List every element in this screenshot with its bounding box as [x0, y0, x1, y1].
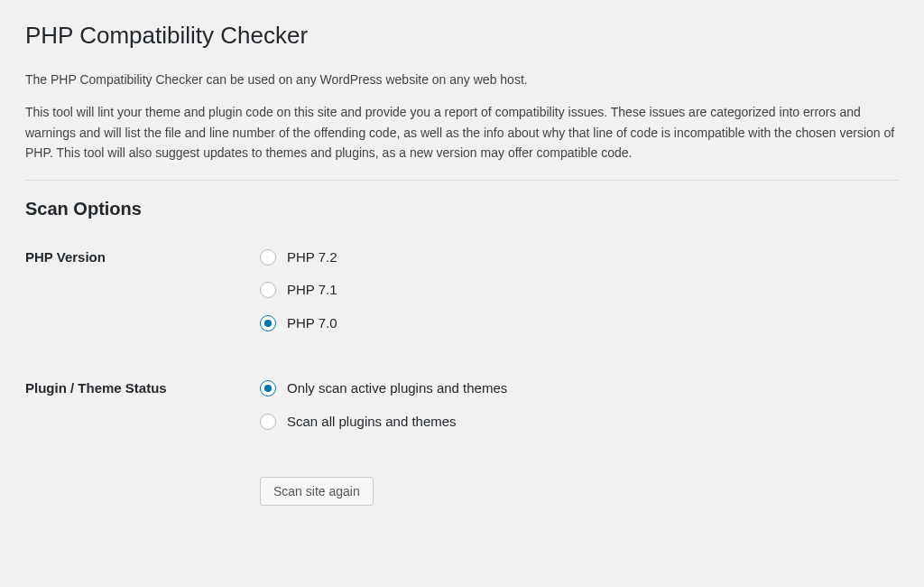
- php-version-option-70[interactable]: PHP 7.0: [260, 313, 899, 334]
- radio-label: Scan all plugins and themes: [287, 412, 457, 433]
- plugin-status-label: Plugin / Theme Status: [25, 378, 260, 444]
- radio-label: PHP 7.0: [287, 313, 337, 334]
- radio-label: Only scan active plugins and themes: [287, 378, 507, 399]
- radio-icon: [260, 282, 276, 298]
- scan-site-button[interactable]: Scan site again: [260, 477, 374, 506]
- intro-section: The PHP Compatibility Checker can be use…: [25, 70, 899, 163]
- intro-paragraph-1: The PHP Compatibility Checker can be use…: [25, 70, 899, 89]
- php-version-label: PHP Version: [25, 247, 260, 347]
- php-version-options: PHP 7.2 PHP 7.1 PHP 7.0: [260, 247, 899, 347]
- php-version-row: PHP Version PHP 7.2 PHP 7.1 PHP 7.0: [25, 247, 899, 347]
- divider: [25, 180, 899, 181]
- plugin-status-row: Plugin / Theme Status Only scan active p…: [25, 378, 899, 444]
- plugin-status-option-active[interactable]: Only scan active plugins and themes: [260, 378, 899, 399]
- radio-icon-checked: [260, 380, 276, 396]
- php-version-option-71[interactable]: PHP 7.1: [260, 280, 899, 301]
- radio-icon-checked: [260, 315, 276, 331]
- intro-paragraph-2: This tool will lint your theme and plugi…: [25, 102, 899, 163]
- plugin-status-option-all[interactable]: Scan all plugins and themes: [260, 412, 899, 433]
- plugin-status-options: Only scan active plugins and themes Scan…: [260, 378, 899, 444]
- page-title: PHP Compatibility Checker: [25, 18, 899, 53]
- scan-options-heading: Scan Options: [25, 195, 899, 222]
- radio-icon: [260, 414, 276, 430]
- radio-label: PHP 7.2: [287, 247, 337, 268]
- submit-row: Scan site again: [260, 477, 899, 506]
- radio-label: PHP 7.1: [287, 280, 337, 301]
- php-version-option-72[interactable]: PHP 7.2: [260, 247, 899, 268]
- radio-icon: [260, 249, 276, 266]
